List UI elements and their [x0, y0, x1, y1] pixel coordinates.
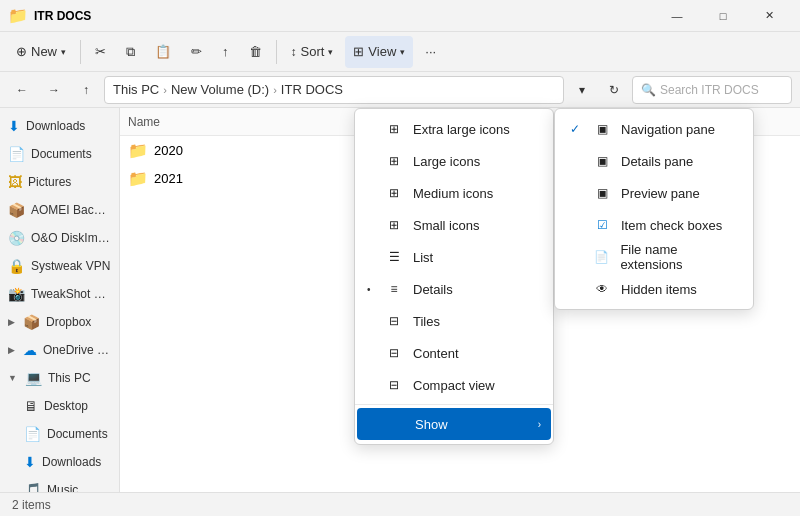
copy-button[interactable]: ⧉ — [118, 36, 143, 68]
sidebar-item-music[interactable]: 🎵 Music — [0, 476, 119, 492]
breadcrumb-item-thispc[interactable]: This PC — [113, 82, 159, 97]
dropbox-icon: 📦 — [23, 314, 40, 330]
status-bar: 2 items — [0, 492, 800, 516]
desktop-icon: 🖥 — [24, 398, 38, 414]
menu-medium-icons[interactable]: ⊞ Medium icons — [355, 177, 553, 209]
show-arrow: › — [538, 419, 541, 430]
documents2-icon: 📄 — [24, 426, 41, 442]
downloads2-icon: ⬇ — [24, 454, 36, 470]
sidebar-item-aomei[interactable]: 📦 AOMEI Backupp — [0, 196, 119, 224]
breadcrumb-item-current[interactable]: ITR DOCS — [281, 82, 343, 97]
sort-icon: ↕ — [291, 45, 297, 59]
cut-button[interactable]: ✂ — [87, 36, 114, 68]
paste-icon: 📋 — [155, 44, 171, 59]
preview-pane-icon: ▣ — [593, 186, 611, 200]
sidebar-item-onedrive[interactable]: ▶ ☁ OneDrive - Person — [0, 336, 119, 364]
sidebar-item-oo[interactable]: 💿 O&O DiskImage — [0, 224, 119, 252]
menu-show[interactable]: Show › — [357, 408, 551, 440]
refresh-button[interactable]: ↻ — [600, 76, 628, 104]
search-icon: 🔍 — [641, 83, 656, 97]
more-icon: ··· — [425, 44, 436, 59]
menu-tiles[interactable]: ⊟ Tiles — [355, 305, 553, 337]
address-bar: ← → ↑ This PC › New Volume (D:) › ITR DO… — [0, 72, 800, 108]
documents-icon: 📄 — [8, 146, 25, 162]
close-button[interactable]: ✕ — [746, 0, 792, 32]
minimize-button[interactable]: — — [654, 0, 700, 32]
window-controls: — □ ✕ — [654, 0, 792, 32]
paste-button[interactable]: 📋 — [147, 36, 179, 68]
submenu-details-pane[interactable]: ▣ Details pane — [555, 145, 753, 177]
search-box[interactable]: 🔍 Search ITR DOCS — [632, 76, 792, 104]
share-icon: ↑ — [222, 44, 229, 59]
copy-icon: ⧉ — [126, 44, 135, 60]
download-icon: ⬇ — [8, 118, 20, 134]
new-button[interactable]: ⊕ New ▾ — [8, 36, 74, 68]
sidebar-item-pictures[interactable]: 🖼 Pictures — [0, 168, 119, 196]
item-count: 2 items — [12, 498, 51, 512]
sidebar-item-downloads2[interactable]: ⬇ Downloads — [0, 448, 119, 476]
details-pane-icon: ▣ — [593, 154, 611, 168]
separator-2 — [276, 40, 277, 64]
sidebar-item-vpn[interactable]: 🔒 Systweak VPN — [0, 252, 119, 280]
sort-button[interactable]: ↕ Sort ▾ — [283, 36, 342, 68]
menu-list[interactable]: ☰ List — [355, 241, 553, 273]
menu-extra-large-icons[interactable]: ⊞ Extra large icons — [355, 113, 553, 145]
back-button[interactable]: ← — [8, 76, 36, 104]
tweakshot-icon: 📸 — [8, 286, 25, 302]
sidebar-item-tweakshot[interactable]: 📸 TweakShot Scre — [0, 280, 119, 308]
pictures-icon: 🖼 — [8, 174, 22, 190]
sidebar-item-desktop[interactable]: 🖥 Desktop — [0, 392, 119, 420]
menu-content[interactable]: ⊟ Content — [355, 337, 553, 369]
submenu-item-check-boxes[interactable]: ☑ Item check boxes — [555, 209, 753, 241]
title-bar-left: 📁 ITR DOCS — [8, 6, 91, 25]
sidebar-item-thispc[interactable]: ▼ 💻 This PC — [0, 364, 119, 392]
breadcrumb[interactable]: This PC › New Volume (D:) › ITR DOCS — [104, 76, 564, 104]
menu-large-icons[interactable]: ⊞ Large icons — [355, 145, 553, 177]
view-icon: ⊞ — [353, 44, 364, 59]
content-icon: ⊟ — [385, 346, 403, 360]
cut-icon: ✂ — [95, 44, 106, 59]
forward-button[interactable]: → — [40, 76, 68, 104]
title-bar: 📁 ITR DOCS — □ ✕ — [0, 0, 800, 32]
rename-button[interactable]: ✏ — [183, 36, 210, 68]
search-placeholder: Search ITR DOCS — [660, 83, 759, 97]
sidebar-item-dropbox[interactable]: ▶ 📦 Dropbox — [0, 308, 119, 336]
sidebar-item-documents2[interactable]: 📄 Documents — [0, 420, 119, 448]
maximize-button[interactable]: □ — [700, 0, 746, 32]
submenu-file-name-extensions[interactable]: 📄 File name extensions — [555, 241, 753, 273]
submenu-navigation-pane[interactable]: ✓ ▣ Navigation pane — [555, 113, 753, 145]
sidebar-item-documents[interactable]: 📄 Documents — [0, 140, 119, 168]
separator-1 — [80, 40, 81, 64]
sidebar-item-downloads[interactable]: ⬇ Downloads — [0, 112, 119, 140]
file-name-2021: 2021 — [154, 171, 183, 186]
submenu-preview-pane[interactable]: ▣ Preview pane — [555, 177, 753, 209]
breadcrumb-item-volume[interactable]: New Volume (D:) — [171, 82, 269, 97]
delete-button[interactable]: 🗑 — [241, 36, 270, 68]
nav-pane-check: ✓ — [567, 122, 583, 136]
menu-separator — [355, 404, 553, 405]
item-check-boxes-icon: ☑ — [593, 218, 611, 232]
file-name-2020: 2020 — [154, 143, 183, 158]
menu-small-icons[interactable]: ⊞ Small icons — [355, 209, 553, 241]
compact-icon: ⊟ — [385, 378, 403, 392]
more-button[interactable]: ··· — [417, 36, 444, 68]
oo-icon: 💿 — [8, 230, 25, 246]
folder-icon-2020: 📁 — [128, 141, 148, 160]
small-icons-icon: ⊞ — [385, 218, 403, 232]
file-name-ext-icon: 📄 — [593, 250, 611, 264]
rename-icon: ✏ — [191, 44, 202, 59]
list-icon: ☰ — [385, 250, 403, 264]
up-button[interactable]: ↑ — [72, 76, 100, 104]
menu-details[interactable]: • ≡ Details — [355, 273, 553, 305]
aomei-icon: 📦 — [8, 202, 25, 218]
sidebar: ⬇ Downloads 📄 Documents 🖼 Pictures 📦 AOM… — [0, 108, 120, 492]
view-button[interactable]: ⊞ View ▾ — [345, 36, 413, 68]
submenu-hidden-items[interactable]: 👁 Hidden items — [555, 273, 753, 305]
thispc-icon: 💻 — [25, 370, 42, 386]
dropdown-button[interactable]: ▾ — [568, 76, 596, 104]
hidden-items-icon: 👁 — [593, 282, 611, 296]
tiles-icon: ⊟ — [385, 314, 403, 328]
menu-compact[interactable]: ⊟ Compact view — [355, 369, 553, 401]
window-title: ITR DOCS — [34, 9, 91, 23]
share-button[interactable]: ↑ — [214, 36, 237, 68]
